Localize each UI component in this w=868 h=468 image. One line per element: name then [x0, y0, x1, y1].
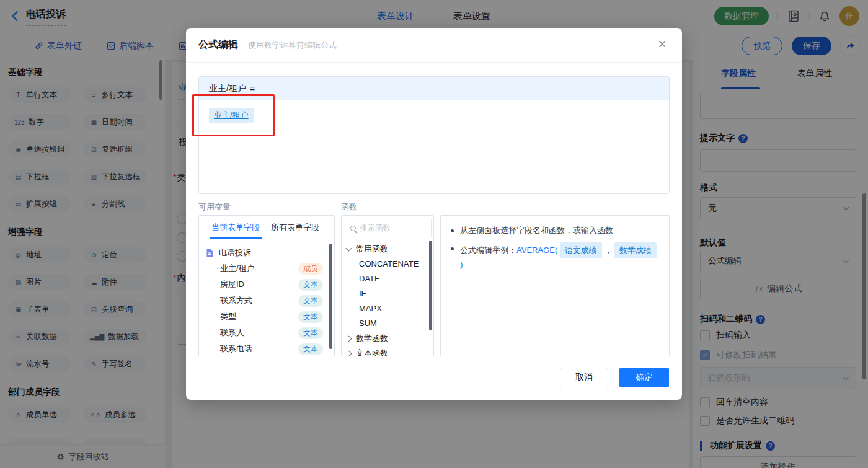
- bullet-icon: [451, 229, 454, 232]
- help-tip-1: 从左侧面板选择字段名和函数，或输入函数: [441, 224, 669, 237]
- app-root: 电话投诉 表单设计 表单设置 数据管理 作 表单外链 后端脚本: [0, 0, 868, 468]
- variable-field-row[interactable]: 联系人 文本: [199, 325, 334, 341]
- function-item[interactable]: DATE: [342, 272, 433, 286]
- function-item[interactable]: MAPX: [342, 301, 433, 316]
- variable-field-row[interactable]: 联系电话 文本: [199, 341, 334, 356]
- function-search-box: [345, 219, 432, 237]
- example-chip: 数学成绩: [614, 242, 657, 258]
- function-item[interactable]: SUM: [342, 316, 433, 331]
- modal-header: 公式编辑 使用数学运算符编辑公式: [186, 28, 682, 63]
- variable-field-row[interactable]: 联系方式 文本: [199, 293, 334, 309]
- variable-field-row[interactable]: 业主/租户 成员: [199, 260, 334, 276]
- variables-scrollbar[interactable]: [329, 244, 332, 349]
- modal-title: 公式编辑: [198, 38, 238, 51]
- example-chip: 语文成绩: [560, 242, 602, 258]
- confirm-button[interactable]: 确定: [619, 368, 669, 387]
- annotation-highlight-box: [192, 94, 275, 136]
- modal-subtitle: 使用数学运算符编辑公式: [248, 40, 337, 51]
- cancel-button[interactable]: 取消: [560, 368, 608, 387]
- functions-panel: 常用函数 CONCATENATEDATEIFMAPXSUM 数学函数 文本函数: [341, 215, 434, 356]
- form-tree-node[interactable]: 电话投诉: [199, 239, 334, 260]
- variable-field-row[interactable]: 类型 文本: [199, 309, 334, 325]
- chevron-right-icon: [346, 335, 352, 342]
- chevron-right-icon: [346, 350, 352, 356]
- chevron-down-icon: [346, 245, 352, 252]
- variable-field-row[interactable]: 房屋ID 文本: [199, 276, 334, 293]
- function-item[interactable]: IF: [342, 286, 433, 301]
- variables-label: 可用变量: [198, 201, 231, 213]
- functions-label: 函数: [341, 201, 357, 213]
- function-search-input[interactable]: [360, 224, 422, 232]
- active-tab-underline: [210, 237, 262, 239]
- function-group-common[interactable]: 常用函数: [342, 242, 433, 257]
- variables-tabs: 当前表单字段 所有表单字段: [199, 216, 334, 239]
- common-functions-list: CONCATENATEDATEIFMAPXSUM: [342, 257, 433, 331]
- close-icon[interactable]: [655, 37, 670, 51]
- formula-editor-modal: 公式编辑 使用数学运算符编辑公式 业主/租户 = 业主/租户 可用变量 当前表单…: [186, 28, 682, 400]
- function-item[interactable]: CONCATENATE: [342, 257, 433, 272]
- variables-panel: 当前表单字段 所有表单字段 电话投诉 业主/租户 成员 房屋ID: [198, 215, 335, 356]
- function-group-text[interactable]: 文本函数: [342, 346, 433, 356]
- variables-list: 业主/租户 成员 房屋ID 文本 联系方式 文本 类型: [199, 260, 334, 356]
- help-panel: 从左侧面板选择字段名和函数，或输入函数 公式编辑举例：AVERAGE( 语文成绩…: [440, 215, 670, 356]
- tab-all-form-fields[interactable]: 所有表单字段: [271, 222, 319, 233]
- search-icon: [350, 226, 356, 231]
- function-group-math[interactable]: 数学函数: [342, 331, 433, 346]
- formula-target-field: 业主/租户: [209, 83, 246, 94]
- bullet-icon: [451, 247, 454, 250]
- functions-scrollbar[interactable]: [429, 241, 432, 330]
- help-tip-2: 公式编辑举例：AVERAGE( 语文成绩 ， 数学成绩 ): [441, 242, 669, 271]
- tab-current-form-fields[interactable]: 当前表单字段: [211, 222, 260, 233]
- form-doc-icon: [205, 249, 214, 257]
